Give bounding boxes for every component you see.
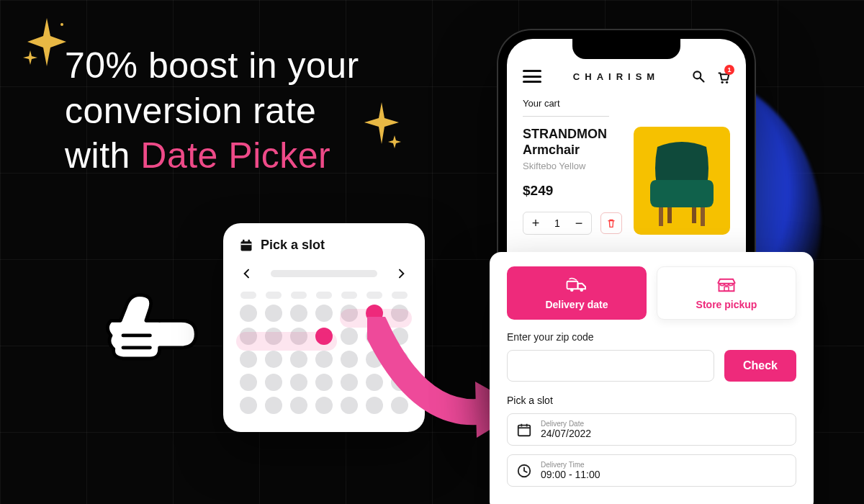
calendar-day[interactable] [265,374,282,391]
calendar-day[interactable] [290,374,307,391]
svg-rect-12 [567,282,578,289]
calendar-day[interactable] [391,374,408,391]
calendar-day[interactable] [366,374,383,391]
qty-value: 1 [548,217,567,229]
zip-label: Enter your zip code [507,331,796,343]
calendar-day[interactable] [315,374,333,391]
cart-item: STRANDMON Armchair Skiftebo Yellow $249 … [523,127,730,235]
tab-pickup-label: Store pickup [696,299,757,310]
calendar-day[interactable] [366,351,383,368]
calendar-day[interactable] [290,305,307,322]
calendar-day[interactable] [391,351,408,368]
headline-line3-prefix: with [65,135,140,176]
calendar-day[interactable] [290,397,307,414]
svg-rect-8 [659,207,663,226]
calendar-day[interactable] [315,305,333,322]
headline-line1: 70% boost in your [65,45,359,86]
delivery-date-value: 24/07/2022 [541,428,591,439]
calendar-weekday [341,292,357,299]
calendar-prev-button[interactable] [239,266,255,282]
calendar-day[interactable] [265,305,282,322]
tab-store-pickup[interactable]: Store pickup [657,266,796,320]
svg-rect-3 [243,239,245,242]
delivery-panel: Delivery date Store pickup Enter your zi… [490,252,814,504]
calendar-day[interactable] [240,397,257,414]
calendar-day[interactable] [265,351,282,368]
product-thumbnail [634,127,730,235]
delivery-date-field[interactable]: Delivery Date 24/07/2022 [507,413,796,446]
headline: 70% boost in your conversion rate with D… [65,43,468,179]
calendar-day[interactable] [366,397,383,414]
calendar-weekday [366,292,382,299]
tab-delivery-date[interactable]: Delivery date [507,266,647,320]
remove-item-button[interactable] [600,212,622,234]
delivery-date-label: Delivery Date [541,420,591,428]
calendar-weekday [392,292,408,299]
clock-icon [516,463,532,479]
app-header: CHAIRISM 1 [523,69,730,84]
calendar-weekday [291,292,307,299]
check-button[interactable]: Check [724,350,796,382]
product-variant: Skiftebo Yellow [523,161,622,171]
calendar-next-button[interactable] [393,266,409,282]
tab-delivery-label: Delivery date [545,299,608,310]
delivery-time-field[interactable]: Delivery Time 09:00 - 11:00 [507,454,796,487]
calendar-day[interactable] [341,374,358,391]
qty-increase-button[interactable]: + [523,212,548,234]
delivery-time-label: Delivery Time [541,461,600,469]
calendar-icon [239,238,253,253]
search-icon[interactable] [691,69,706,84]
svg-rect-4 [248,239,251,242]
calendar-day[interactable] [341,328,358,345]
svg-point-14 [580,289,584,292]
svg-point-0 [60,23,63,26]
calendar-day[interactable] [315,351,333,368]
calendar-day[interactable] [290,351,307,368]
qty-decrease-button[interactable]: − [567,212,591,234]
headline-accent: Date Picker [140,135,330,176]
product-price: $249 [523,183,622,199]
svg-rect-16 [518,425,531,436]
cart-badge: 1 [724,65,734,75]
svg-rect-10 [667,207,672,223]
menu-icon[interactable] [523,70,541,83]
product-name-line1: STRANDMON [523,127,607,141]
svg-rect-1 [241,241,252,251]
calendar-month-placeholder [271,270,377,277]
svg-point-6 [721,81,724,84]
zip-input[interactable] [507,350,714,382]
calendar-grid[interactable] [239,292,409,414]
calendar-weekday [266,292,282,299]
store-icon [716,276,737,294]
calendar-weekday [240,292,256,299]
calendar-day[interactable] [315,397,333,414]
calendar-card: Pick a slot [223,223,425,432]
calendar-range [236,332,337,351]
svg-point-13 [570,289,574,292]
cart-heading: Your cart [523,98,609,117]
phone-notch [572,39,680,59]
calendar-day[interactable] [391,397,408,414]
calendar-weekday [316,292,332,299]
svg-rect-11 [692,207,696,223]
brand-name: CHAIRISM [573,71,660,82]
svg-point-7 [726,81,728,84]
calendar-range [340,309,412,328]
calendar-icon [516,422,532,438]
delivery-time-value: 09:00 - 11:00 [541,469,600,480]
calendar-day[interactable] [240,374,257,391]
calendar-day[interactable] [240,305,257,322]
calendar-day[interactable] [240,351,257,368]
calendar-day[interactable] [366,328,383,345]
calendar-title: Pick a slot [261,238,325,253]
calendar-day[interactable] [265,397,282,414]
headline-line2: conversion rate [65,91,316,131]
calendar-day[interactable] [341,351,358,368]
calendar-day[interactable] [391,328,408,345]
pointing-hand-icon [101,281,209,367]
svg-rect-2 [241,243,252,245]
quantity-stepper[interactable]: + 1 − [523,212,592,235]
calendar-day[interactable] [341,397,358,414]
cart-icon[interactable]: 1 [716,69,730,84]
svg-rect-9 [701,207,705,226]
